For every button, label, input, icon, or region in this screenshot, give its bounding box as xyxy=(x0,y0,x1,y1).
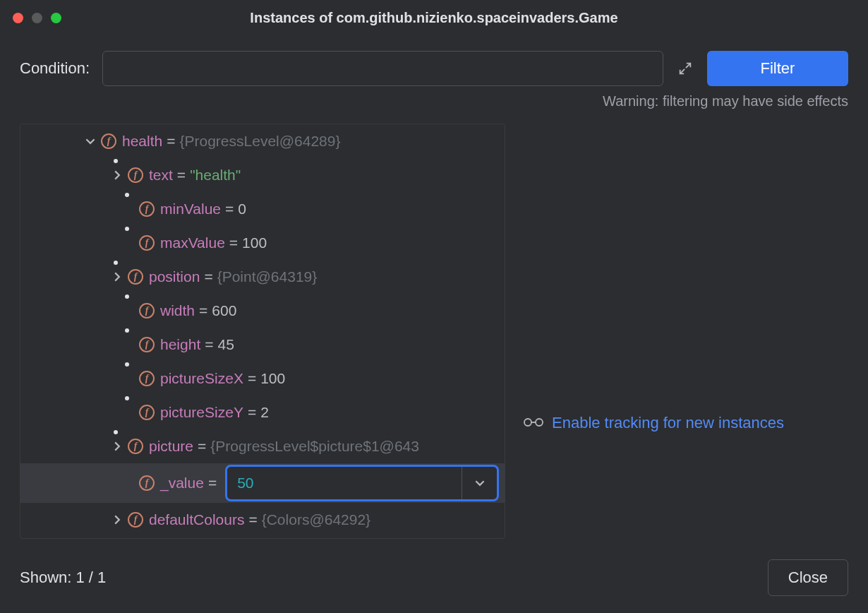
value-input[interactable] xyxy=(227,467,462,499)
warning-text: Warning: filtering may have side effects xyxy=(0,86,868,109)
window-maximize[interactable] xyxy=(51,13,61,23)
tree-row-picsizey[interactable]: f pictureSizeY = 2 xyxy=(20,395,505,429)
field-icon: f xyxy=(139,405,155,420)
field-icon: f xyxy=(128,167,143,183)
field-name: minValue xyxy=(160,201,221,218)
field-icon: f xyxy=(128,269,143,285)
field-icon: f xyxy=(139,303,155,319)
svg-point-1 xyxy=(536,419,543,426)
field-value: 100 xyxy=(260,370,285,387)
field-icon: f xyxy=(128,512,143,528)
field-icon: f xyxy=(139,201,155,217)
tree-row-picture[interactable]: f picture = {ProgressLevel$picture$1@643 xyxy=(20,429,505,463)
expand-icon[interactable] xyxy=(676,59,694,78)
field-name: pictureSizeX xyxy=(160,370,243,387)
tree-row-picsizex[interactable]: f pictureSizeX = 100 xyxy=(20,362,505,395)
field-icon: f xyxy=(139,475,155,491)
shown-label: Shown: 1 / 1 xyxy=(20,569,106,587)
field-name: height xyxy=(160,336,200,353)
tree-row-minvalue[interactable]: f minValue = 0 xyxy=(20,192,505,226)
svg-point-0 xyxy=(524,419,531,426)
field-value: 2 xyxy=(260,404,269,421)
field-icon: f xyxy=(139,371,155,386)
field-name: _value xyxy=(160,475,204,492)
field-icon: f xyxy=(128,439,143,454)
tree-row-health[interactable]: f health = {ProgressLevel@64289} xyxy=(20,124,505,158)
field-name: defaultColours xyxy=(149,511,244,528)
field-value: {Point@64319} xyxy=(217,268,318,285)
condition-label: Condition: xyxy=(20,59,90,78)
tree-row-width[interactable]: f width = 600 xyxy=(20,294,505,328)
field-icon: f xyxy=(101,133,116,149)
chevron-down-icon[interactable] xyxy=(84,136,97,146)
field-value: 45 xyxy=(217,336,234,353)
field-name: picture xyxy=(149,438,193,455)
field-value: {Colors@64292} xyxy=(262,511,370,528)
chevron-right-icon[interactable] xyxy=(111,441,123,451)
close-button[interactable]: Close xyxy=(768,559,848,596)
tree-row-height[interactable]: f height = 45 xyxy=(20,328,505,362)
enable-tracking-link[interactable]: Enable tracking for new instances xyxy=(552,414,784,432)
field-name: text xyxy=(149,167,173,184)
field-icon: f xyxy=(139,337,155,352)
window-minimize[interactable] xyxy=(32,13,42,23)
field-value: 600 xyxy=(212,302,236,319)
chevron-right-icon[interactable] xyxy=(111,170,123,180)
tree-row-defaultcolours[interactable]: f defaultColours = {Colors@64292} xyxy=(20,503,505,537)
dropdown-toggle[interactable] xyxy=(462,467,497,499)
field-name: health xyxy=(122,133,162,150)
chevron-right-icon[interactable] xyxy=(111,272,123,282)
tree-row-maxvalue[interactable]: f maxValue = 100 xyxy=(20,226,505,260)
field-value: 100 xyxy=(242,234,267,251)
tree-row-value-editing[interactable]: f _value = xyxy=(20,463,505,503)
chevron-right-icon[interactable] xyxy=(111,515,123,525)
traffic-lights xyxy=(13,13,61,23)
glasses-icon xyxy=(522,414,545,432)
field-name: position xyxy=(149,268,200,285)
field-name: pictureSizeY xyxy=(160,404,243,421)
window-title: Instances of com.github.nizienko.spacein… xyxy=(0,10,868,26)
filter-button[interactable]: Filter xyxy=(707,51,848,86)
titlebar: Instances of com.github.nizienko.spacein… xyxy=(0,0,868,35)
field-icon: f xyxy=(139,235,155,251)
tree-panel[interactable]: f health = {ProgressLevel@64289} f text … xyxy=(20,124,505,539)
field-name: maxValue xyxy=(160,234,225,251)
condition-input[interactable] xyxy=(102,51,663,86)
field-value: "health" xyxy=(190,167,241,184)
value-edit-box[interactable] xyxy=(225,465,499,501)
tree-row-text[interactable]: f text = "health" xyxy=(20,158,505,192)
field-name: width xyxy=(160,302,195,319)
window-close[interactable] xyxy=(13,13,23,23)
field-value: {ProgressLevel@64289} xyxy=(179,133,340,150)
tree-row-position[interactable]: f position = {Point@64319} xyxy=(20,260,505,294)
field-value: 0 xyxy=(238,201,246,218)
field-value: {ProgressLevel$picture$1@643 xyxy=(210,438,419,455)
equals: = xyxy=(167,133,175,150)
